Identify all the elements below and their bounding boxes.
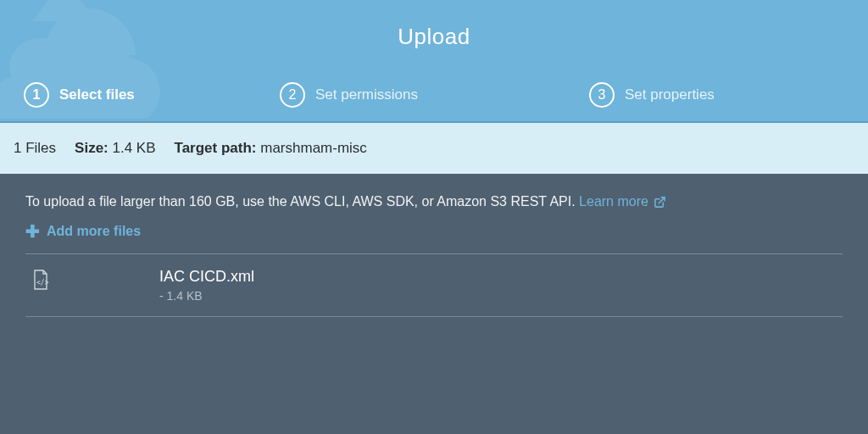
plus-icon: ✚ (25, 223, 40, 240)
summary-bar: 1 Files Size: 1.4 KB Target path: marshm… (0, 123, 868, 174)
file-type-icon: </> (32, 268, 49, 293)
file-list: </> IAC CICD.xml - 1.4 KB (25, 253, 843, 317)
file-count: 1 Files (14, 140, 56, 157)
add-more-label: Add more files (47, 224, 141, 239)
hint-text: To upload a file larger than 160 GB, use… (25, 194, 576, 209)
step-label: Select files (59, 86, 135, 103)
page-title: Upload (0, 0, 868, 50)
size-label: Size: (75, 140, 108, 156)
body-area: To upload a file larger than 160 GB, use… (0, 174, 868, 434)
upload-header: Upload 1 Select files 2 Set permissions … (0, 0, 868, 123)
step-label: Set permissions (315, 86, 418, 103)
wizard-steps: 1 Select files 2 Set permissions 3 Set p… (0, 82, 868, 108)
upload-hint: To upload a file larger than 160 GB, use… (25, 194, 843, 209)
target-kv: Target path: marshmam-misc (175, 140, 367, 157)
step-number: 2 (280, 82, 305, 108)
step-number: 1 (24, 82, 49, 108)
svg-text:</>: </> (36, 279, 49, 287)
svg-line-2 (659, 197, 665, 203)
learn-more-label: Learn more (579, 194, 648, 209)
size-value: 1.4 KB (113, 140, 156, 156)
file-name: IAC CICD.xml (159, 268, 254, 286)
external-link-icon (654, 196, 666, 209)
file-size: - 1.4 KB (159, 289, 254, 303)
target-value: marshmam-misc (260, 140, 367, 156)
step-set-permissions[interactable]: 2 Set permissions (280, 82, 418, 108)
file-row: </> IAC CICD.xml - 1.4 KB (25, 254, 843, 317)
step-set-properties[interactable]: 3 Set properties (589, 82, 715, 108)
step-label: Set properties (625, 86, 715, 103)
step-number: 3 (589, 82, 615, 108)
add-more-files-button[interactable]: ✚ Add more files (25, 223, 141, 240)
learn-more-link[interactable]: Learn more (579, 194, 666, 209)
target-label: Target path: (175, 140, 257, 156)
size-kv: Size: 1.4 KB (75, 140, 155, 157)
step-select-files[interactable]: 1 Select files (24, 82, 135, 108)
file-meta: IAC CICD.xml - 1.4 KB (159, 268, 254, 303)
